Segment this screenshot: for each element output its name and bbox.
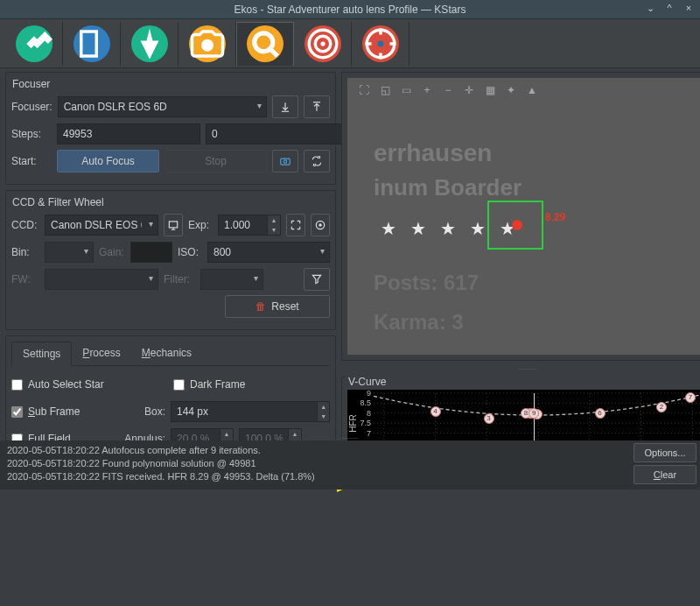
svg-text:7.5: 7.5 — [360, 419, 371, 427]
filter-label: Filter: — [164, 273, 195, 285]
svg-point-0 — [201, 39, 214, 51]
iso-label: ISO: — [178, 246, 202, 258]
autofocus-button[interactable]: Auto Focus — [57, 150, 159, 173]
titlebar: Ekos - Star Adventurer auto lens Profile… — [0, 0, 700, 19]
fw-label: FW: — [11, 273, 39, 285]
log-area: 2020-05-05T18:20:22 Autofocus complete a… — [0, 440, 630, 490]
chart-point: 9 — [528, 408, 539, 419]
box-label: Box: — [122, 405, 165, 418]
live-view-button[interactable] — [164, 214, 183, 236]
tab-settings[interactable]: Settings — [11, 342, 72, 366]
tab-guide[interactable] — [352, 22, 410, 66]
image-preview[interactable]: ⛶ ◱ ▭ + − ✛ ▦ ✦ ▲ errhausen inum Boarder… — [341, 72, 700, 361]
dark-frame-check[interactable] — [173, 379, 185, 391]
crosshair-icon[interactable]: ✛ — [461, 82, 477, 98]
rating-star-icon: ★ — [410, 218, 426, 239]
filter-settings-button[interactable] — [304, 268, 330, 291]
zoomfit-icon[interactable]: ◱ — [377, 82, 393, 98]
options-button[interactable]: Options... — [634, 443, 696, 462]
ccd-group: CCD & Filter Wheel CCD: Canon DSLR EOS 6… — [5, 190, 336, 330]
tab-focus[interactable] — [236, 22, 294, 66]
rating-star-icon: ★ — [470, 218, 486, 239]
log-line: 2020-05-05T18:20:22 FITS received. HFR 8… — [7, 470, 623, 483]
fit-icon[interactable]: ⛶ — [356, 82, 372, 98]
preview-image: ⛶ ◱ ▭ + − ✛ ▦ ✦ ▲ errhausen inum Boarder… — [347, 78, 700, 355]
auto-select-star-check[interactable] — [11, 379, 23, 391]
focuser-group: Focuser Focuser: Canon DSLR EOS 6D Steps… — [5, 72, 336, 185]
gain-input — [130, 242, 172, 263]
fw-select — [45, 269, 158, 290]
clear-log-button[interactable]: Clear — [634, 465, 696, 484]
preview-toolbar: ⛶ ◱ ▭ + − ✛ ▦ ✦ ▲ — [356, 81, 699, 100]
toggle-subframe-button[interactable] — [311, 214, 330, 236]
rating-star-icon: ★ — [440, 218, 456, 239]
tab-mount[interactable] — [121, 22, 178, 66]
preview-text2: inum Boarder — [374, 174, 522, 201]
capture-button[interactable] — [272, 150, 298, 173]
status-bar: 2020-05-05T18:20:22 Autofocus complete a… — [0, 440, 700, 490]
minimize-button[interactable]: ⌄ — [644, 2, 656, 14]
vcurve-title: V-Curve — [346, 376, 700, 388]
svg-rect-9 — [169, 222, 177, 228]
focus-in-button[interactable] — [272, 95, 298, 118]
zoom1-icon[interactable]: ▭ — [398, 82, 414, 98]
tab-scheduler[interactable] — [63, 22, 121, 66]
maximize-button[interactable]: ^ — [663, 2, 676, 14]
close-button[interactable]: × — [682, 2, 695, 14]
marker-icon[interactable]: ▲ — [524, 82, 540, 98]
rating-star-icon: ★ — [381, 218, 396, 239]
exp-label: Exp: — [188, 219, 213, 231]
grid-icon[interactable]: ▦ — [482, 82, 498, 98]
gain-label: Gain: — [99, 246, 125, 258]
loop-button[interactable] — [304, 150, 330, 173]
focus-star-box — [487, 201, 543, 250]
start-label: Start: — [11, 155, 52, 167]
exp-input[interactable] — [218, 215, 267, 236]
focus-out-button[interactable] — [304, 95, 330, 118]
chart-point: 6 — [595, 408, 606, 419]
window-buttons: ⌄ ^ × — [644, 2, 695, 14]
star-icon[interactable]: ✦ — [503, 82, 519, 98]
preview-posts: Posts: 617 — [374, 271, 479, 295]
focuser-select[interactable]: Canon DSLR EOS 6D — [58, 96, 267, 117]
svg-rect-7 — [281, 159, 290, 165]
tab-process[interactable]: PProcessrocess — [72, 342, 130, 365]
log-line: 2020-05-05T18:20:22 Found polynomial sol… — [7, 457, 623, 470]
dark-frame-label: Dark Frame — [190, 378, 245, 391]
steps-value[interactable] — [57, 123, 200, 144]
zoomin-icon[interactable]: + — [419, 82, 435, 98]
chart-point: 4 — [430, 406, 441, 417]
hfr-overlay: 8.29 — [545, 211, 565, 223]
ccd-select[interactable]: Canon DSLR EOS 6D — [45, 215, 158, 236]
tab-capture[interactable] — [178, 22, 236, 66]
preview-text1: errhausen — [374, 139, 492, 167]
svg-point-11 — [318, 223, 322, 227]
svg-text:HFR: HFR — [348, 414, 358, 433]
focuser-title: Focuser — [10, 78, 52, 90]
stop-button: Stop — [164, 150, 267, 173]
tab-setup[interactable] — [5, 22, 63, 66]
svg-point-1 — [255, 33, 273, 52]
svg-point-6 — [377, 40, 383, 46]
bin-label: Bin: — [11, 246, 39, 258]
frame-full-button[interactable] — [286, 214, 305, 236]
reset-button[interactable]: 🗑Reset — [225, 295, 330, 318]
sub-frame-label: Sub Frame — [28, 405, 80, 418]
module-toolbar — [0, 19, 700, 68]
tab-align[interactable] — [294, 22, 352, 66]
steps-offset[interactable] — [206, 123, 349, 144]
zoomout-icon[interactable]: − — [440, 82, 456, 98]
iso-select[interactable]: 800 — [207, 242, 330, 263]
vsplit-grip[interactable]: ┄┄┄┄ — [341, 366, 700, 371]
box-spinner[interactable]: ▲▼ — [317, 401, 330, 422]
tab-mechanics[interactable]: Mechanics — [131, 342, 202, 365]
preview-karma: Karma: 3 — [374, 310, 464, 335]
log-line: 2020-05-05T18:20:22 Autofocus complete a… — [7, 444, 623, 457]
exp-spinner[interactable]: ▲▼ — [267, 215, 281, 236]
svg-text:8: 8 — [367, 409, 371, 418]
settings-tabs: Settings PProcessrocess Mechanics — [11, 342, 330, 366]
filter-select — [200, 269, 263, 290]
window-title: Ekos - Star Adventurer auto lens Profile… — [234, 4, 466, 16]
sub-frame-check[interactable] — [11, 406, 23, 418]
box-input[interactable] — [171, 401, 317, 422]
